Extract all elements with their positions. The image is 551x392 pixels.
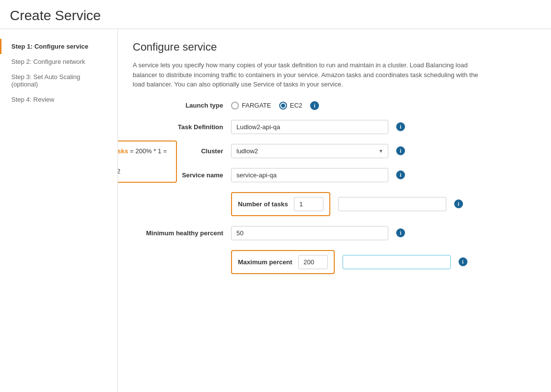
min-healthy-input[interactable] [231, 226, 388, 240]
launch-type-info-icon[interactable]: i [310, 101, 319, 110]
page-header: Create Service [0, 0, 551, 29]
fargate-label: FARGATE [242, 102, 271, 109]
page-title: Create Service [10, 8, 541, 24]
min-healthy-info-icon[interactable]: i [396, 228, 405, 237]
max-percent-control: Maximum percent i [231, 250, 467, 274]
page-body: Step 1: Configure service Step 2: Config… [0, 29, 551, 392]
number-of-tasks-control: Number of tasks i [231, 192, 463, 216]
cluster-info-icon[interactable]: i [396, 146, 405, 155]
cluster-control: ludlow2 i [231, 144, 405, 158]
max-percent-highlighted: Maximum percent [231, 250, 335, 274]
radio-fargate[interactable]: FARGATE [231, 102, 271, 110]
warning-box: Maximum percent * Number of tasks = 200%… [118, 140, 177, 183]
min-healthy-row: Minimum healthy percent i [133, 226, 536, 240]
main-content: Configure service A service lets you spe… [118, 29, 551, 392]
sidebar: Step 1: Configure service Step 2: Config… [0, 29, 118, 392]
sidebar-item-step3[interactable]: Step 3: Set Auto Scaling (optional) [0, 69, 117, 92]
sidebar-item-step1[interactable]: Step 1: Configure service [0, 39, 117, 54]
number-of-tasks-highlighted: Number of tasks [231, 192, 330, 216]
max-percent-input[interactable] [298, 255, 328, 269]
warning-line1: Maximum percent * Number of tasks = 200%… [118, 146, 169, 167]
number-of-tasks-extra-input[interactable] [338, 197, 446, 211]
cluster-select-wrapper[interactable]: ludlow2 [231, 144, 388, 158]
max-percent-row: Maximum percent i [133, 250, 536, 274]
max-percent-info-icon[interactable]: i [459, 257, 467, 266]
task-definition-label: Task Definition [133, 123, 231, 131]
cluster-row: Cluster ludlow2 i [133, 144, 536, 158]
sidebar-item-step4[interactable]: Step 4: Review [0, 92, 117, 107]
launch-type-label: Launch type [133, 102, 231, 109]
radio-fargate-circle[interactable] [231, 102, 239, 110]
sidebar-item-step2[interactable]: Step 2: Configure network [0, 54, 117, 69]
number-of-tasks-input[interactable] [294, 197, 323, 211]
warning-line2: Should >= Number of tasks + 1 = 2 [118, 167, 169, 177]
radio-ec2-circle[interactable] [279, 102, 287, 110]
description-text: A service lets you specify how many copi… [133, 60, 487, 89]
cluster-select[interactable]: ludlow2 [231, 144, 388, 158]
radio-ec2[interactable]: EC2 [279, 102, 302, 110]
task-definition-info-icon[interactable]: i [396, 122, 405, 131]
task-definition-input[interactable] [231, 120, 388, 134]
number-of-tasks-info-icon[interactable]: i [454, 199, 463, 208]
min-healthy-label: Minimum healthy percent [133, 229, 231, 237]
service-name-input[interactable] [231, 168, 388, 182]
warning-eq2: + 1 = 2 [118, 168, 120, 175]
min-healthy-control: i [231, 226, 405, 240]
launch-type-control: FARGATE EC2 i [231, 101, 319, 110]
launch-type-radio-group: FARGATE EC2 [231, 102, 302, 110]
task-definition-row: Task Definition i [133, 120, 536, 134]
number-of-tasks-inner-label: Number of tasks [238, 200, 288, 208]
max-percent-inner-label: Maximum percent [238, 258, 292, 266]
launch-type-row: Launch type FARGATE EC2 i [133, 101, 536, 110]
service-name-control: i [231, 168, 405, 182]
form-section: Launch type FARGATE EC2 i [133, 101, 536, 274]
number-of-tasks-row: Number of tasks i [133, 192, 536, 216]
service-name-info-icon[interactable]: i [396, 170, 405, 179]
service-name-row: Service name i [133, 168, 536, 182]
max-percent-extra-input[interactable] [343, 255, 451, 269]
section-title: Configure service [133, 41, 536, 54]
ec2-label: EC2 [290, 102, 302, 109]
warning-num-tasks-1: Number of tasks [118, 147, 128, 155]
task-definition-control: i [231, 120, 405, 134]
